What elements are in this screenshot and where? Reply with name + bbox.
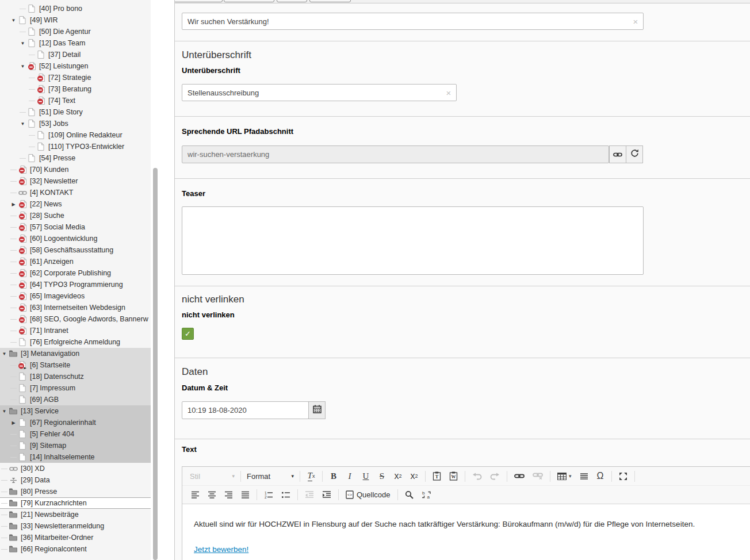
tree-item[interactable]: [5] Fehler 404 [0, 428, 151, 440]
tree-item-label[interactable]: [28] Suche [30, 212, 64, 220]
tree-item[interactable]: [21] Newsbeiträge [0, 509, 151, 520]
tree-item[interactable]: [6] Startseite [0, 359, 151, 371]
tree-item[interactable]: [18] Datenschutz [0, 371, 151, 382]
tree-item-label[interactable]: [30] XD [21, 465, 45, 473]
tree-item-label[interactable]: [63] Internetseiten Webdesign [30, 304, 125, 312]
underline-button[interactable]: U [361, 469, 371, 483]
rte-paragraph[interactable]: Aktuell sind wir für HOCHZWEI in Flensbu… [194, 520, 738, 528]
tree-item-label[interactable]: [109] Online Redakteur [48, 131, 123, 139]
tree-item[interactable]: [58] Geschäftsausstattung [0, 244, 151, 256]
tree-item-label[interactable]: [49] WIR [30, 16, 58, 24]
rte-link[interactable]: Jetzt bewerben! [194, 545, 248, 554]
tree-item-label[interactable]: [72] Strategie [48, 74, 91, 82]
tree-item-label[interactable]: [13] Service [21, 407, 59, 415]
tree-item[interactable]: [76] Erfolgreiche Anmeldung [0, 336, 151, 348]
superscript-button[interactable]: x2 [409, 469, 419, 483]
tree-item[interactable]: [80] Presse [0, 486, 151, 497]
tree-item-label[interactable]: [74] Text [48, 97, 75, 105]
tree-item[interactable]: [68] SEO, Google Adwords, Bannerw [0, 313, 151, 325]
tree-item-label[interactable]: [79] Kurznachrichten [21, 499, 87, 507]
expand-arrow-icon[interactable]: ▶ [9, 202, 18, 207]
tree-item-label[interactable]: [62] Corporate Publishing [30, 269, 111, 277]
tree-item-label[interactable]: [54] Presse [39, 154, 75, 162]
align-left-button[interactable] [190, 488, 201, 502]
tree-item[interactable]: [40] Pro bono [0, 3, 151, 14]
datetime-input[interactable] [182, 401, 309, 419]
tree-item-label[interactable]: [66] Regionalcontent [21, 545, 87, 553]
ordered-list-button[interactable]: 12 [263, 488, 274, 502]
subtitle-input[interactable] [182, 84, 457, 101]
tree-item-label[interactable]: [58] Geschäftsausstattung [30, 246, 113, 254]
tree-item[interactable]: [72] Strategie [0, 72, 151, 83]
style-dropdown[interactable]: Stil ▾ [190, 472, 235, 481]
slug-toggle-button[interactable] [609, 145, 626, 163]
tree-item-label[interactable]: [65] Imagevideos [30, 292, 85, 300]
tree-item[interactable]: [65] Imagevideos [0, 290, 151, 302]
bold-button[interactable]: B [328, 469, 339, 483]
align-justify-button[interactable] [240, 488, 251, 502]
tree-item-label[interactable]: [110] TYPO3-Entwickler [48, 143, 124, 151]
tree-scrollbar-thumb[interactable] [153, 168, 158, 560]
docheader-button[interactable] [224, 0, 274, 2]
tree-item[interactable]: [51] Die Story [0, 106, 151, 118]
tree-item[interactable]: [33] Newsletteranmeldung [0, 520, 151, 532]
tree-item-label[interactable]: [12] Das Team [39, 39, 85, 47]
tree-item[interactable]: [60] Logoentwicklung [0, 233, 151, 244]
italic-button[interactable]: I [345, 469, 355, 483]
tree-item-label[interactable]: [73] Beratung [48, 85, 91, 93]
collapse-arrow-icon[interactable]: ▼ [0, 351, 9, 356]
tree-item[interactable]: [14] Inhaltselemente [0, 451, 151, 463]
tree-item[interactable]: [50] Die Agentur [0, 26, 151, 37]
tree-item-label[interactable]: [32] Newsletter [30, 177, 78, 185]
tree-item[interactable]: [37] Detail [0, 49, 151, 60]
rte-content-area[interactable]: Aktuell sind wir für HOCHZWEI in Flensbu… [182, 504, 750, 560]
expand-arrow-icon[interactable]: ▶ [9, 420, 18, 425]
docheader-button[interactable] [309, 0, 351, 2]
tree-item[interactable]: [9] Sitemap [0, 440, 151, 451]
tree-item-label[interactable]: [61] Anzeigen [30, 258, 74, 266]
tree-item[interactable]: ▼[13] Service [0, 405, 151, 417]
remove-format-button[interactable]: Tx [306, 469, 316, 483]
bulleted-list-button[interactable] [280, 488, 292, 502]
tree-item[interactable]: [63] Internetseiten Webdesign [0, 302, 151, 313]
tree-item[interactable]: [69] AGB [0, 394, 151, 405]
page-title-input[interactable] [182, 13, 644, 30]
collapse-arrow-icon[interactable]: ▼ [18, 121, 27, 126]
tree-item[interactable]: [61] Anzeigen [0, 256, 151, 267]
nolink-checkbox[interactable]: ✓ [182, 328, 194, 340]
indent-button[interactable] [321, 488, 332, 502]
collapse-arrow-icon[interactable]: ▼ [0, 409, 9, 414]
tree-item-label[interactable]: [21] Newsbeiträge [21, 511, 79, 519]
tree-item[interactable]: [54] Presse [0, 152, 151, 164]
tree-item[interactable]: [28] Suche [0, 210, 151, 221]
tree-item[interactable]: [62] Corporate Publishing [0, 267, 151, 279]
tree-item[interactable]: [109] Online Redakteur [0, 129, 151, 141]
tree-item-label[interactable]: [64] TYPO3 Programmierung [30, 281, 123, 289]
tree-item[interactable]: [36] Mitarbeiter-Ordner [0, 532, 151, 543]
tree-item[interactable]: ▼[3] Metanavigation [0, 348, 151, 359]
format-dropdown[interactable]: Format ▾ [247, 472, 294, 481]
tree-item[interactable]: ▼[52] Leistungen [0, 60, 151, 72]
search-button[interactable] [404, 488, 415, 502]
collapse-arrow-icon[interactable]: ▼ [9, 18, 18, 23]
replace-button[interactable]: ba [420, 488, 432, 502]
tree-item[interactable]: [64] TYPO3 Programmierung [0, 279, 151, 290]
tree-item-label[interactable]: [60] Logoentwicklung [30, 235, 97, 243]
tree-item-label[interactable]: [6] Startseite [30, 361, 70, 369]
tree-item[interactable]: [30] XD [0, 463, 151, 474]
outdent-button[interactable] [304, 488, 315, 502]
undo-button[interactable] [471, 469, 483, 483]
tree-item[interactable]: [4] KONTAKT [0, 187, 151, 198]
link-button[interactable] [513, 469, 526, 483]
tree-item-label[interactable]: [52] Leistungen [39, 62, 89, 70]
tree-item[interactable]: [74] Text [0, 95, 151, 106]
subscript-button[interactable]: x2 [393, 469, 403, 483]
tree-item-label[interactable]: [51] Die Story [39, 108, 83, 116]
collapse-arrow-icon[interactable]: ▼ [18, 64, 27, 69]
teaser-textarea[interactable] [182, 206, 644, 275]
docheader-button[interactable] [277, 0, 307, 2]
tree-item-label[interactable]: [70] Kunden [30, 166, 68, 174]
tree-item-label[interactable]: [33] Newsletteranmeldung [21, 522, 104, 530]
tree-item-label[interactable]: [3] Metanavigation [21, 350, 79, 358]
tree-item-label[interactable]: [37] Detail [48, 51, 81, 59]
